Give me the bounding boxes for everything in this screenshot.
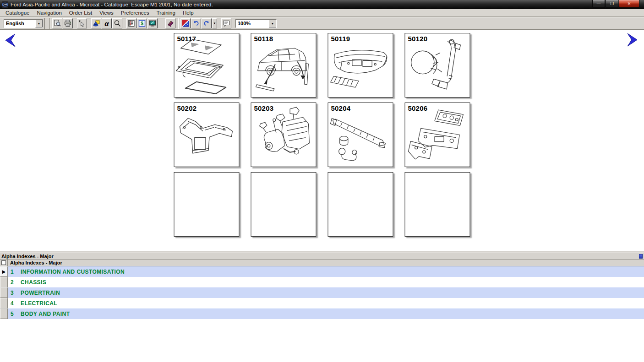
alpha-index-button[interactable]: α — [102, 18, 112, 28]
screen-button[interactable] — [147, 18, 158, 28]
language-select[interactable]: English ▼ — [4, 19, 43, 28]
engine-diagram — [251, 103, 316, 167]
select-all-checkbox[interactable] — [1, 260, 6, 265]
panel-title: Alpha Indexes - Major — [1, 254, 54, 259]
close-button[interactable]: ✕ — [619, 0, 639, 8]
zoom-dropdown-icon[interactable]: ▼ — [269, 20, 276, 27]
thumbnail-50119[interactable]: 50119 — [328, 33, 393, 97]
row-number: 3 — [11, 290, 16, 296]
select-all-cell — [0, 259, 8, 266]
language-flag-icon — [182, 20, 189, 27]
print-preview-button[interactable] — [52, 18, 62, 28]
row-selector[interactable]: ▶ — [0, 266, 8, 277]
row-text: 5 BODY AND PAINT — [8, 308, 70, 319]
next-page-button[interactable] — [626, 32, 639, 47]
thumbnail-empty[interactable] — [405, 172, 470, 237]
thumbnail-50203[interactable]: 50203 — [251, 103, 317, 167]
close-icon: ✕ — [628, 1, 631, 6]
row-number: 4 — [11, 300, 16, 307]
row-selector[interactable] — [0, 308, 8, 319]
menu-help[interactable]: Help — [179, 10, 197, 16]
row-text: 4 ELECTRICAL — [8, 298, 57, 308]
thumbnail-empty[interactable] — [328, 172, 393, 237]
index-row-information-and-customisation[interactable]: ▶ 1 INFORMATION AND CUSTOMISATION — [0, 266, 644, 277]
current-row-arrow-icon: ▶ — [2, 270, 6, 274]
body-panels-diagram — [405, 103, 470, 167]
pointer-select-icon — [78, 20, 86, 27]
index-row-powertrain[interactable]: 3 POWERTRAIN — [0, 287, 644, 298]
lamp-and-arm-diagram — [405, 33, 470, 97]
row-label: POWERTRAIN — [21, 290, 60, 296]
menu-catalogue[interactable]: Catalogue — [2, 10, 33, 16]
contents-index-button[interactable] — [126, 18, 136, 28]
index-row-body-and-paint[interactable]: 5 BODY AND PAINT — [0, 308, 644, 319]
thumbnail-50204[interactable]: 50204 — [328, 103, 393, 167]
row-text: 3 POWERTRAIN — [8, 287, 60, 298]
notes-button[interactable] — [221, 18, 231, 28]
redo-dropdown-button[interactable]: ▼ — [212, 18, 217, 28]
thumbnail-canvas: 50117 50118 — [0, 30, 644, 251]
maximize-button[interactable]: ❐ — [606, 0, 618, 8]
row-text: 1 INFORMATION AND CUSTOMISATION — [8, 266, 125, 277]
index-row-chassis[interactable]: 2 CHASSIS — [0, 277, 644, 287]
minimize-button[interactable]: — — [592, 0, 605, 8]
print-button[interactable] — [63, 18, 73, 28]
row-selector[interactable] — [0, 277, 8, 287]
language-flag-button[interactable] — [180, 18, 191, 28]
previous-page-button[interactable] — [4, 33, 17, 48]
row-label: INFORMATION AND CUSTOMISATION — [21, 269, 125, 275]
language-value: English — [4, 20, 35, 27]
search-icon — [114, 20, 121, 27]
row-selector[interactable] — [0, 298, 8, 308]
panel-pin-icon[interactable] — [639, 254, 643, 259]
toolbar-separator — [178, 18, 179, 29]
prices-button[interactable]: $ — [137, 18, 147, 28]
thumbnail-empty[interactable] — [174, 172, 240, 237]
undo-button[interactable] — [191, 18, 201, 28]
towbar-diagram — [328, 103, 393, 167]
pointer-select-button[interactable] — [77, 18, 87, 28]
maximize-icon: ❐ — [610, 1, 614, 6]
redo-button[interactable] — [202, 18, 212, 28]
menu-navigation[interactable]: Navigation — [33, 10, 65, 16]
thumbnail-50202[interactable]: 50202 — [174, 103, 240, 167]
title-bar: Ford Asia-Pacific and Africa - Microcat … — [0, 0, 644, 9]
panel-header: Alpha Indexes - Major — [0, 253, 644, 259]
thumbnail-50117[interactable]: 50117 — [174, 33, 240, 97]
thumbnail-empty[interactable] — [251, 172, 317, 237]
row-selector[interactable] — [0, 287, 8, 298]
alpha-index-panel: Alpha Indexes - Major Alpha Indexes - Ma… — [0, 253, 644, 362]
menu-views[interactable]: Views — [96, 10, 117, 16]
alpha-index-icon: α — [104, 20, 109, 27]
vehicle-moulding-diagram — [251, 33, 316, 97]
app-icon — [2, 1, 8, 8]
thumbnail-50118[interactable]: 50118 — [251, 33, 317, 97]
thumbnail-50120[interactable]: 50120 — [405, 33, 470, 97]
index-row-electrical[interactable]: 4 ELECTRICAL — [0, 298, 644, 308]
row-number: 5 — [11, 311, 16, 317]
dollar-glyph: $ — [141, 21, 143, 26]
contents-index-icon — [128, 20, 135, 27]
print-preview-icon — [54, 20, 61, 27]
parts-button[interactable] — [91, 18, 101, 28]
window-controls: — ❐ ✕ — [592, 0, 639, 9]
application-window: Ford Asia-Pacific and Africa - Microcat … — [0, 0, 644, 362]
grid-column-header: Alpha Indexes - Major — [0, 259, 644, 266]
menu-bar: Catalogue Navigation Order List Views Pr… — [0, 9, 644, 17]
row-number: 1 — [11, 269, 16, 275]
thumbnail-50206[interactable]: 50206 — [405, 103, 470, 167]
handbook-button[interactable] — [165, 18, 175, 28]
row-number: 2 — [11, 279, 16, 286]
zoom-select[interactable]: 100% ▼ — [235, 19, 277, 28]
grid-empty-area — [0, 319, 644, 362]
menu-preferences[interactable]: Preferences — [117, 10, 153, 16]
subframe-diagram — [175, 103, 239, 167]
thumbnail-grid: 50117 50118 — [174, 33, 470, 237]
search-button[interactable] — [112, 18, 122, 28]
print-icon — [64, 20, 71, 27]
row-label: CHASSIS — [21, 279, 46, 286]
language-dropdown-icon[interactable]: ▼ — [35, 20, 43, 27]
prices-icon: $ — [138, 20, 146, 27]
menu-training[interactable]: Training — [153, 10, 179, 16]
menu-order-list[interactable]: Order List — [65, 10, 96, 16]
